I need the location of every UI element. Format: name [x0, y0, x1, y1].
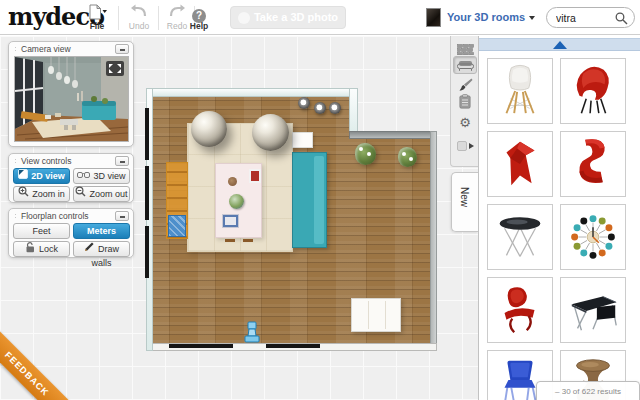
minus-icon: [120, 161, 125, 163]
gear-icon: ⚙: [459, 115, 471, 130]
product-thumbnail[interactable]: [560, 58, 626, 124]
vase-plan-2[interactable]: [314, 102, 326, 114]
feet-button[interactable]: Feet: [13, 223, 70, 239]
view-controls-header[interactable]: View controls: [9, 154, 133, 168]
3d-view-button[interactable]: 3D view: [73, 168, 130, 184]
window-left-2[interactable]: [145, 166, 149, 220]
search-input[interactable]: [556, 10, 618, 25]
product-thumbnail[interactable]: [487, 131, 553, 197]
product-thumbnail[interactable]: [560, 277, 626, 343]
tool-rail: ⚙: [450, 36, 478, 167]
2d-view-button[interactable]: 2D view: [13, 168, 70, 184]
chevron-down-icon[interactable]: [529, 16, 535, 20]
minus-icon: [120, 216, 125, 218]
camera-view-header[interactable]: Camera view: [9, 42, 133, 56]
sofa-cushion-strip: [314, 156, 324, 244]
zoom-out-icon: [75, 186, 86, 201]
catalog-panel: – 30 of 622 results: [478, 36, 640, 400]
fullscreen-icon[interactable]: [106, 61, 124, 76]
wall-notch[interactable]: [349, 131, 437, 139]
white-side-chair-image: [491, 62, 549, 120]
wall-right[interactable]: [430, 131, 437, 351]
globe-on-table: [229, 194, 244, 209]
floorplan-controls-title: Floorplan controls: [21, 211, 89, 221]
brick-wall-icon: [457, 44, 474, 55]
sofa-icon: [457, 60, 474, 71]
room-items-tool[interactable]: [451, 94, 479, 113]
scroll-up-button[interactable]: [479, 38, 640, 51]
topbar: mydeco File Undo Redo ? Help: [0, 0, 640, 35]
file-button[interactable]: File: [80, 3, 114, 33]
pendant-lamp-plan-2[interactable]: [252, 114, 289, 151]
draw-walls-button[interactable]: Draw walls: [73, 241, 130, 257]
window-left-3[interactable]: [145, 226, 149, 278]
black-glass-desk-image: [564, 281, 622, 339]
plant-plan-2[interactable]: [398, 147, 417, 167]
camera-view-preview[interactable]: [14, 56, 129, 142]
floorplan-controls-panel: Floorplan controls Feet Meters Lock Draw…: [8, 208, 134, 258]
side-table-plan[interactable]: [292, 132, 313, 148]
window-bottom-2[interactable]: [266, 344, 320, 348]
separator: [118, 6, 119, 30]
chevron-right-icon: [469, 143, 474, 149]
storage-box-plan[interactable]: [168, 215, 186, 237]
tab-new[interactable]: New: [451, 172, 478, 232]
results-count-tooltip: – 30 of 622 results: [536, 381, 640, 400]
zoom-in-icon: [18, 186, 29, 201]
furnish-tool[interactable]: [453, 56, 477, 74]
arrow-up-icon: [553, 41, 567, 49]
drag-handle-icon: [14, 213, 18, 220]
zoom-out-button[interactable]: Zoom out: [73, 186, 130, 202]
camera-icon: [238, 12, 250, 24]
view-controls-title: View controls: [21, 156, 71, 166]
settings-tool[interactable]: ⚙: [451, 113, 479, 131]
pencil-icon: [84, 241, 95, 256]
table-leg-mark-1: [225, 239, 235, 242]
2d-plan-icon: [18, 169, 28, 183]
wall-top[interactable]: [146, 88, 358, 97]
ball-clock-image: [564, 208, 622, 266]
window-left-1[interactable]: [145, 108, 149, 160]
panel-square-icon: [457, 141, 467, 151]
minimize-button[interactable]: [115, 211, 129, 221]
red-organic-chair-image: [564, 62, 622, 120]
separator: [158, 6, 159, 30]
camera-marker[interactable]: [242, 321, 262, 344]
take-3d-photo-button[interactable]: Take a 3D photo: [230, 6, 346, 29]
dresser-plan[interactable]: [351, 298, 401, 332]
bust-on-table: [228, 177, 237, 186]
product-thumbnail[interactable]: [487, 204, 553, 270]
table-plan[interactable]: [215, 163, 262, 238]
your-3d-rooms-link[interactable]: Your 3D rooms: [447, 11, 525, 23]
minimize-button[interactable]: [115, 44, 129, 54]
plant-plan-1[interactable]: [355, 143, 376, 165]
pendant-lamp-plan-1[interactable]: [191, 111, 227, 147]
camera-view-title: Camera view: [21, 44, 71, 54]
product-thumbnail[interactable]: [560, 204, 626, 270]
drag-handle-icon: [14, 46, 18, 53]
search-icon[interactable]: [615, 12, 628, 25]
undo-button[interactable]: Undo: [122, 3, 156, 33]
help-button[interactable]: ? Help: [182, 3, 216, 33]
meters-button[interactable]: Meters: [73, 223, 130, 239]
product-thumbnail[interactable]: [487, 58, 553, 124]
window-bottom-1[interactable]: [169, 344, 233, 348]
avatar[interactable]: [426, 8, 441, 27]
collapse-panel-tool[interactable]: [451, 136, 479, 154]
product-thumbnail[interactable]: [560, 131, 626, 197]
help-icon: ?: [182, 4, 216, 21]
paintbrush-icon: [458, 78, 473, 92]
lock-button[interactable]: Lock: [13, 241, 70, 257]
magazine-on-table: [249, 169, 261, 183]
books-on-table: [222, 214, 239, 228]
minimize-button[interactable]: [115, 156, 129, 166]
zoom-in-button[interactable]: Zoom in: [13, 186, 70, 202]
vase-plan-1[interactable]: [298, 97, 310, 109]
sofa-plan[interactable]: [292, 152, 327, 248]
product-thumbnail[interactable]: [487, 277, 553, 343]
3d-glasses-icon: [77, 169, 90, 183]
file-page-icon: [80, 4, 114, 21]
floorplan-controls-header[interactable]: Floorplan controls: [9, 209, 133, 223]
clipboard-icon: [459, 94, 471, 109]
vase-plan-3[interactable]: [329, 102, 341, 114]
